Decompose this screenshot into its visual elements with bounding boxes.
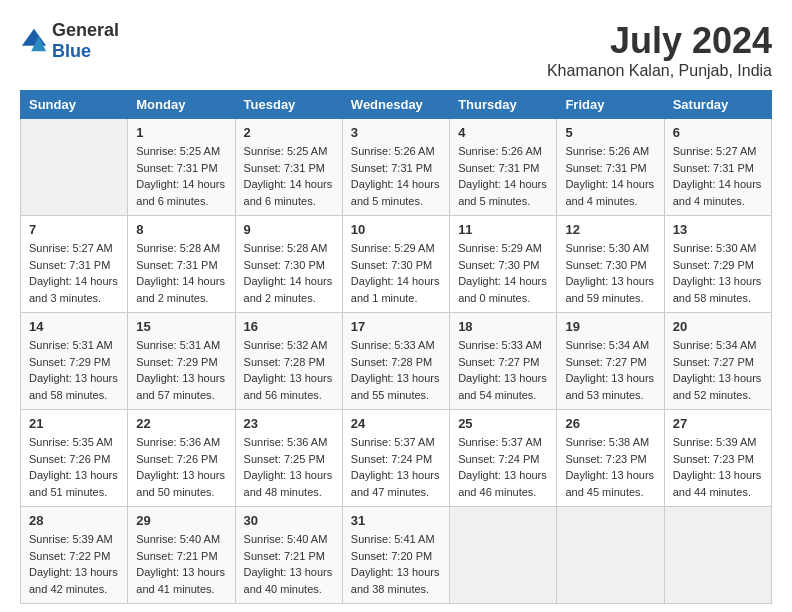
day-number: 30 (244, 513, 334, 528)
day-detail: Sunrise: 5:28 AMSunset: 7:30 PMDaylight:… (244, 240, 334, 306)
calendar-cell: 1Sunrise: 5:25 AMSunset: 7:31 PMDaylight… (128, 119, 235, 216)
calendar-cell: 14Sunrise: 5:31 AMSunset: 7:29 PMDayligh… (21, 313, 128, 410)
day-number: 2 (244, 125, 334, 140)
day-number: 27 (673, 416, 763, 431)
day-number: 31 (351, 513, 441, 528)
calendar-cell (557, 507, 664, 604)
day-number: 19 (565, 319, 655, 334)
calendar-cell: 10Sunrise: 5:29 AMSunset: 7:30 PMDayligh… (342, 216, 449, 313)
day-number: 3 (351, 125, 441, 140)
calendar-cell: 4Sunrise: 5:26 AMSunset: 7:31 PMDaylight… (450, 119, 557, 216)
day-number: 15 (136, 319, 226, 334)
calendar-cell: 29Sunrise: 5:40 AMSunset: 7:21 PMDayligh… (128, 507, 235, 604)
calendar-cell: 20Sunrise: 5:34 AMSunset: 7:27 PMDayligh… (664, 313, 771, 410)
calendar-cell: 19Sunrise: 5:34 AMSunset: 7:27 PMDayligh… (557, 313, 664, 410)
header-wednesday: Wednesday (342, 91, 449, 119)
calendar-cell: 16Sunrise: 5:32 AMSunset: 7:28 PMDayligh… (235, 313, 342, 410)
day-detail: Sunrise: 5:26 AMSunset: 7:31 PMDaylight:… (458, 143, 548, 209)
calendar-cell: 7Sunrise: 5:27 AMSunset: 7:31 PMDaylight… (21, 216, 128, 313)
calendar-cell: 22Sunrise: 5:36 AMSunset: 7:26 PMDayligh… (128, 410, 235, 507)
day-detail: Sunrise: 5:37 AMSunset: 7:24 PMDaylight:… (351, 434, 441, 500)
day-number: 9 (244, 222, 334, 237)
day-detail: Sunrise: 5:30 AMSunset: 7:29 PMDaylight:… (673, 240, 763, 306)
day-number: 28 (29, 513, 119, 528)
day-number: 24 (351, 416, 441, 431)
header-sunday: Sunday (21, 91, 128, 119)
header-thursday: Thursday (450, 91, 557, 119)
calendar-week-2: 7Sunrise: 5:27 AMSunset: 7:31 PMDaylight… (21, 216, 772, 313)
calendar-cell: 21Sunrise: 5:35 AMSunset: 7:26 PMDayligh… (21, 410, 128, 507)
calendar-cell (21, 119, 128, 216)
day-number: 25 (458, 416, 548, 431)
svg-marker-0 (22, 29, 46, 46)
calendar-cell: 5Sunrise: 5:26 AMSunset: 7:31 PMDaylight… (557, 119, 664, 216)
day-detail: Sunrise: 5:26 AMSunset: 7:31 PMDaylight:… (351, 143, 441, 209)
calendar-week-3: 14Sunrise: 5:31 AMSunset: 7:29 PMDayligh… (21, 313, 772, 410)
day-detail: Sunrise: 5:27 AMSunset: 7:31 PMDaylight:… (29, 240, 119, 306)
calendar-cell: 9Sunrise: 5:28 AMSunset: 7:30 PMDaylight… (235, 216, 342, 313)
day-number: 22 (136, 416, 226, 431)
day-number: 1 (136, 125, 226, 140)
day-number: 6 (673, 125, 763, 140)
day-detail: Sunrise: 5:41 AMSunset: 7:20 PMDaylight:… (351, 531, 441, 597)
day-number: 29 (136, 513, 226, 528)
day-detail: Sunrise: 5:35 AMSunset: 7:26 PMDaylight:… (29, 434, 119, 500)
calendar-cell: 17Sunrise: 5:33 AMSunset: 7:28 PMDayligh… (342, 313, 449, 410)
day-detail: Sunrise: 5:33 AMSunset: 7:28 PMDaylight:… (351, 337, 441, 403)
day-detail: Sunrise: 5:39 AMSunset: 7:23 PMDaylight:… (673, 434, 763, 500)
day-number: 5 (565, 125, 655, 140)
day-detail: Sunrise: 5:37 AMSunset: 7:24 PMDaylight:… (458, 434, 548, 500)
day-detail: Sunrise: 5:34 AMSunset: 7:27 PMDaylight:… (565, 337, 655, 403)
month-year-title: July 2024 (547, 20, 772, 62)
calendar-cell: 11Sunrise: 5:29 AMSunset: 7:30 PMDayligh… (450, 216, 557, 313)
day-detail: Sunrise: 5:31 AMSunset: 7:29 PMDaylight:… (136, 337, 226, 403)
day-detail: Sunrise: 5:29 AMSunset: 7:30 PMDaylight:… (458, 240, 548, 306)
page-header: General Blue July 2024 Khamanon Kalan, P… (20, 20, 772, 80)
calendar-table: SundayMondayTuesdayWednesdayThursdayFrid… (20, 90, 772, 604)
calendar-week-4: 21Sunrise: 5:35 AMSunset: 7:26 PMDayligh… (21, 410, 772, 507)
logo-icon (20, 27, 48, 55)
day-number: 18 (458, 319, 548, 334)
day-number: 12 (565, 222, 655, 237)
day-detail: Sunrise: 5:40 AMSunset: 7:21 PMDaylight:… (136, 531, 226, 597)
header-friday: Friday (557, 91, 664, 119)
calendar-cell: 6Sunrise: 5:27 AMSunset: 7:31 PMDaylight… (664, 119, 771, 216)
logo-general: General (52, 20, 119, 40)
day-detail: Sunrise: 5:36 AMSunset: 7:25 PMDaylight:… (244, 434, 334, 500)
day-number: 8 (136, 222, 226, 237)
day-detail: Sunrise: 5:33 AMSunset: 7:27 PMDaylight:… (458, 337, 548, 403)
title-area: July 2024 Khamanon Kalan, Punjab, India (547, 20, 772, 80)
day-number: 17 (351, 319, 441, 334)
day-number: 26 (565, 416, 655, 431)
day-number: 11 (458, 222, 548, 237)
day-detail: Sunrise: 5:28 AMSunset: 7:31 PMDaylight:… (136, 240, 226, 306)
day-detail: Sunrise: 5:27 AMSunset: 7:31 PMDaylight:… (673, 143, 763, 209)
day-number: 20 (673, 319, 763, 334)
day-detail: Sunrise: 5:39 AMSunset: 7:22 PMDaylight:… (29, 531, 119, 597)
day-detail: Sunrise: 5:32 AMSunset: 7:28 PMDaylight:… (244, 337, 334, 403)
calendar-cell: 26Sunrise: 5:38 AMSunset: 7:23 PMDayligh… (557, 410, 664, 507)
day-detail: Sunrise: 5:26 AMSunset: 7:31 PMDaylight:… (565, 143, 655, 209)
calendar-cell: 24Sunrise: 5:37 AMSunset: 7:24 PMDayligh… (342, 410, 449, 507)
day-number: 13 (673, 222, 763, 237)
header-monday: Monday (128, 91, 235, 119)
calendar-week-5: 28Sunrise: 5:39 AMSunset: 7:22 PMDayligh… (21, 507, 772, 604)
day-detail: Sunrise: 5:31 AMSunset: 7:29 PMDaylight:… (29, 337, 119, 403)
calendar-cell: 31Sunrise: 5:41 AMSunset: 7:20 PMDayligh… (342, 507, 449, 604)
day-detail: Sunrise: 5:34 AMSunset: 7:27 PMDaylight:… (673, 337, 763, 403)
calendar-cell: 27Sunrise: 5:39 AMSunset: 7:23 PMDayligh… (664, 410, 771, 507)
day-detail: Sunrise: 5:38 AMSunset: 7:23 PMDaylight:… (565, 434, 655, 500)
calendar-cell: 23Sunrise: 5:36 AMSunset: 7:25 PMDayligh… (235, 410, 342, 507)
calendar-cell: 18Sunrise: 5:33 AMSunset: 7:27 PMDayligh… (450, 313, 557, 410)
calendar-cell: 15Sunrise: 5:31 AMSunset: 7:29 PMDayligh… (128, 313, 235, 410)
logo-blue: Blue (52, 41, 91, 61)
header-saturday: Saturday (664, 91, 771, 119)
day-number: 7 (29, 222, 119, 237)
day-number: 4 (458, 125, 548, 140)
day-number: 10 (351, 222, 441, 237)
location-subtitle: Khamanon Kalan, Punjab, India (547, 62, 772, 80)
calendar-cell (450, 507, 557, 604)
day-detail: Sunrise: 5:36 AMSunset: 7:26 PMDaylight:… (136, 434, 226, 500)
calendar-cell: 28Sunrise: 5:39 AMSunset: 7:22 PMDayligh… (21, 507, 128, 604)
calendar-header-row: SundayMondayTuesdayWednesdayThursdayFrid… (21, 91, 772, 119)
